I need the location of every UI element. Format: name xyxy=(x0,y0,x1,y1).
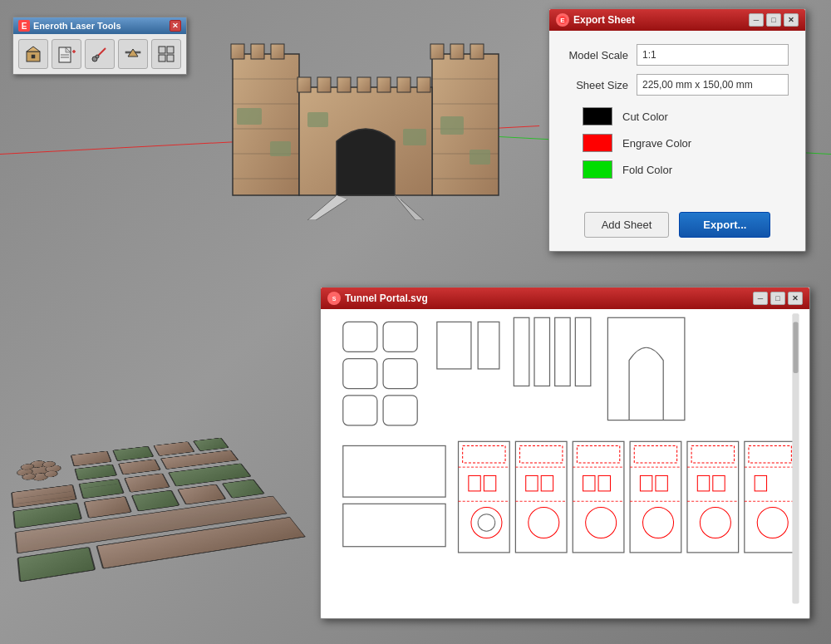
export-dialog-body: Model Scale Sheet Size Cut Color Engrave… xyxy=(549,31,805,204)
export-dialog-titlebar: E Export Sheet ─ □ ✕ xyxy=(549,9,805,31)
sheet-size-label: Sheet Size xyxy=(566,79,637,91)
tool-sheet[interactable] xyxy=(52,39,81,69)
export-dialog-controls: ─ □ ✕ xyxy=(749,13,799,27)
svg-rect-28 xyxy=(440,116,464,135)
svg-rect-29 xyxy=(470,150,490,165)
tool-grid[interactable] xyxy=(151,39,181,69)
svg-marker-66 xyxy=(27,47,40,52)
svg-rect-41 xyxy=(71,451,111,466)
export-dialog-title-left: E Export Sheet xyxy=(556,13,635,27)
toolbar-title: Eneroth Laser Tools xyxy=(33,21,121,31)
svg-point-75 xyxy=(96,55,99,58)
model-scale-label: Model Scale xyxy=(566,49,637,61)
svg-rect-58 xyxy=(17,547,95,582)
engrave-color-label: Engrave Color xyxy=(622,137,691,150)
svg-rect-44 xyxy=(194,438,229,451)
toolbar-title-icon: E xyxy=(18,20,30,32)
svg-rect-3 xyxy=(271,44,284,59)
export-dialog-title: Export Sheet xyxy=(573,14,635,26)
model-scale-row: Model Scale xyxy=(566,44,789,66)
svg-rect-56 xyxy=(223,479,264,498)
export-sheet-dialog: E Export Sheet ─ □ ✕ Model Scale Sheet S… xyxy=(548,8,806,252)
engrave-color-swatch[interactable] xyxy=(583,134,612,152)
svg-rect-13 xyxy=(377,77,391,92)
svg-text:E: E xyxy=(22,22,27,31)
svg-rect-9 xyxy=(297,77,311,92)
svg-viewer-icon: S xyxy=(327,292,341,305)
svg-rect-45 xyxy=(75,465,116,480)
svg-rect-54 xyxy=(132,490,179,511)
svg-rect-55 xyxy=(178,484,226,504)
export-button[interactable]: Export... xyxy=(679,212,770,238)
tool-box[interactable] xyxy=(18,39,48,69)
export-dialog-icon: E xyxy=(556,13,569,27)
cut-color-row: Cut Color xyxy=(566,107,789,125)
svg-viewer-minimize-button[interactable]: ─ xyxy=(753,292,768,305)
engrave-color-row: Engrave Color xyxy=(566,134,789,152)
svg-rect-11 xyxy=(337,77,351,92)
svg-rect-12 xyxy=(357,77,371,92)
add-sheet-button[interactable]: Add Sheet xyxy=(584,212,670,238)
svg-rect-7 xyxy=(470,44,484,59)
cut-color-label: Cut Color xyxy=(622,111,668,123)
svg-rect-27 xyxy=(270,141,291,156)
svg-viewer-title: Tunnel Portal.svg xyxy=(345,293,428,304)
svg-rect-2 xyxy=(251,44,264,59)
svg-rect-6 xyxy=(450,44,464,59)
svg-content xyxy=(321,309,809,617)
svg-rect-1 xyxy=(231,44,244,59)
color-section: Cut Color Engrave Color Fold Color xyxy=(566,107,789,179)
svg-rect-49 xyxy=(79,479,124,498)
fold-color-label: Fold Color xyxy=(622,164,672,176)
svg-rect-43 xyxy=(154,442,194,456)
dialog-minimize-button[interactable]: ─ xyxy=(749,13,764,27)
svg-rect-53 xyxy=(84,496,131,518)
export-dialog-footer: Add Sheet Export... xyxy=(549,204,805,251)
svg-rect-81 xyxy=(167,55,174,61)
svg-rect-78 xyxy=(159,47,165,53)
svg-rect-5 xyxy=(430,44,444,59)
svg-viewer-controls: ─ □ ✕ xyxy=(753,292,803,305)
svg-rect-15 xyxy=(417,77,430,92)
toolbar-window: E Eneroth Laser Tools ✕ xyxy=(12,17,187,75)
dialog-close-button[interactable]: ✕ xyxy=(784,13,799,27)
svg-viewer-title-left: S Tunnel Portal.svg xyxy=(327,292,428,305)
tool-flatten[interactable] xyxy=(118,39,148,69)
toolbar-close-button[interactable]: ✕ xyxy=(170,20,181,32)
svg-text:S: S xyxy=(332,296,337,302)
toolbar-titlebar: E Eneroth Laser Tools ✕ xyxy=(13,17,186,34)
laser-parts-area xyxy=(2,435,309,587)
sheet-size-row: Sheet Size xyxy=(566,74,789,96)
svg-rect-30 xyxy=(307,112,328,127)
svg-text:E: E xyxy=(560,17,565,24)
sheet-size-input[interactable] xyxy=(637,74,789,96)
svg-viewer-window: S Tunnel Portal.svg ─ □ ✕ xyxy=(320,287,810,619)
toolbar-body xyxy=(13,34,186,74)
svg-viewer-close-button[interactable]: ✕ xyxy=(788,292,803,305)
fold-color-row: Fold Color xyxy=(566,160,789,179)
fold-color-swatch[interactable] xyxy=(583,160,612,179)
svg-rect-79 xyxy=(167,47,174,53)
svg-rect-26 xyxy=(237,108,262,125)
svg-viewer-body[interactable] xyxy=(321,309,809,617)
tool-cut[interactable] xyxy=(85,39,115,69)
svg-rect-10 xyxy=(317,77,331,92)
svg-rect-67 xyxy=(32,55,35,58)
svg-viewer-titlebar: S Tunnel Portal.svg ─ □ ✕ xyxy=(321,288,809,309)
svg-rect-14 xyxy=(397,77,411,92)
svg-rect-80 xyxy=(159,55,165,61)
svg-viewer-restore-button[interactable]: □ xyxy=(770,292,785,305)
svg-rect-42 xyxy=(113,446,154,461)
dialog-restore-button[interactable]: □ xyxy=(766,13,781,27)
svg-rect-46 xyxy=(119,460,161,474)
svg-rect-31 xyxy=(403,129,426,145)
castle-model xyxy=(208,21,524,220)
cut-color-swatch[interactable] xyxy=(583,107,612,125)
model-scale-input[interactable] xyxy=(637,44,789,66)
svg-rect-145 xyxy=(793,322,798,373)
svg-rect-50 xyxy=(125,474,170,493)
